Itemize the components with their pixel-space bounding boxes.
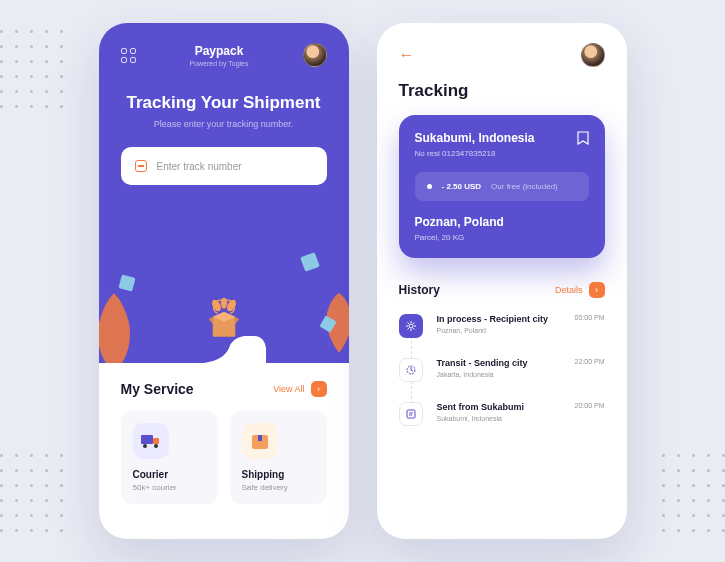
history-timeline: In process - Recipient city Poznan, Pola…	[399, 314, 605, 426]
timeline-time: 00:00 PM	[575, 314, 605, 321]
svg-point-10	[154, 444, 158, 448]
hero-illustration	[99, 203, 349, 363]
truck-icon	[133, 423, 169, 459]
tracking-number: No resi 012347835218	[415, 149, 535, 158]
tracking-input[interactable]	[157, 161, 313, 172]
services-section: My Service View All › Courier 50k+ couri…	[99, 363, 349, 504]
timeline-item: Sent from Sukabumi Sukabumi, Indonesia 2…	[399, 402, 605, 426]
phone-screen-home: Paypack Powered by Togles Tracking Your …	[99, 23, 349, 539]
transit-icon	[399, 358, 423, 382]
svg-rect-7	[141, 435, 153, 444]
svg-point-2	[220, 298, 226, 309]
service-subtitle: Safe delivery	[242, 483, 315, 492]
brand-subtitle: Powered by Togles	[189, 60, 248, 67]
svg-rect-15	[407, 410, 415, 418]
page-title: Tracking	[399, 81, 605, 101]
avatar[interactable]	[303, 43, 327, 67]
service-subtitle: 50k+ courier	[133, 483, 206, 492]
svg-rect-12	[258, 435, 262, 441]
parcel-info: Parcel, 20 KG	[415, 233, 589, 242]
timeline-time: 20:00 PM	[575, 402, 605, 409]
service-name: Courier	[133, 469, 206, 480]
box-icon	[242, 423, 278, 459]
details-label: Details	[555, 285, 583, 295]
timeline-location: Jakarta, Indonesia	[437, 371, 528, 378]
timeline-title: In process - Recipient city	[437, 314, 549, 324]
svg-point-9	[143, 444, 147, 448]
svg-rect-6	[319, 315, 336, 332]
brand-title: Paypack	[189, 44, 248, 58]
svg-rect-5	[300, 252, 320, 272]
chevron-right-icon: ›	[589, 282, 605, 298]
svg-rect-8	[153, 438, 159, 444]
timeline-title: Transit - Sending city	[437, 358, 528, 368]
back-button[interactable]: ←	[399, 46, 415, 64]
timeline-item: Transit - Sending city Jakarta, Indonesi…	[399, 358, 605, 382]
destination-location: Poznan, Poland	[415, 215, 589, 229]
timeline-location: Sukabumi, Indonesia	[437, 415, 525, 422]
service-card-shipping[interactable]: Shipping Safe delivery	[230, 411, 327, 504]
scan-icon	[135, 160, 147, 172]
price-value: - 2.50 USD	[442, 182, 482, 191]
timeline-title: Sent from Sukabumi	[437, 402, 525, 412]
gear-icon	[399, 314, 423, 338]
view-all-button[interactable]: View All ›	[273, 381, 326, 397]
hero-title: Tracking Your Shipment	[121, 93, 327, 113]
phone-screen-tracking: ← Tracking Sukabumi, Indonesia No resi 0…	[377, 23, 627, 539]
details-button[interactable]: Details ›	[555, 282, 605, 298]
price-banner: - 2.50 USD Our free (included)	[415, 172, 589, 201]
timeline-location: Poznan, Poland	[437, 327, 549, 334]
decoration-dots	[0, 30, 63, 108]
avatar[interactable]	[581, 43, 605, 67]
hero-subtitle: Please enter your tracking number.	[121, 119, 327, 129]
bookmark-icon[interactable]	[577, 131, 589, 145]
service-card-courier[interactable]: Courier 50k+ courier	[121, 411, 218, 504]
price-note: Our free (included)	[491, 182, 558, 191]
hero-section: Paypack Powered by Togles Tracking Your …	[99, 23, 349, 363]
chevron-right-icon: ›	[311, 381, 327, 397]
origin-location: Sukabumi, Indonesia	[415, 131, 535, 145]
dot-icon	[427, 184, 432, 189]
history-title: History	[399, 283, 440, 297]
service-name: Shipping	[242, 469, 315, 480]
tracking-card: Sukabumi, Indonesia No resi 012347835218…	[399, 115, 605, 258]
svg-point-13	[409, 324, 413, 328]
services-title: My Service	[121, 381, 194, 397]
timeline-item: In process - Recipient city Poznan, Pola…	[399, 314, 605, 338]
decoration-dots	[0, 454, 63, 532]
svg-rect-4	[118, 274, 135, 291]
timeline-time: 22:00 PM	[575, 358, 605, 365]
package-icon	[399, 402, 423, 426]
brand: Paypack Powered by Togles	[189, 44, 248, 67]
decoration-dots	[662, 454, 725, 532]
view-all-label: View All	[273, 384, 304, 394]
menu-icon[interactable]	[121, 48, 136, 63]
tracking-input-container[interactable]	[121, 147, 327, 185]
